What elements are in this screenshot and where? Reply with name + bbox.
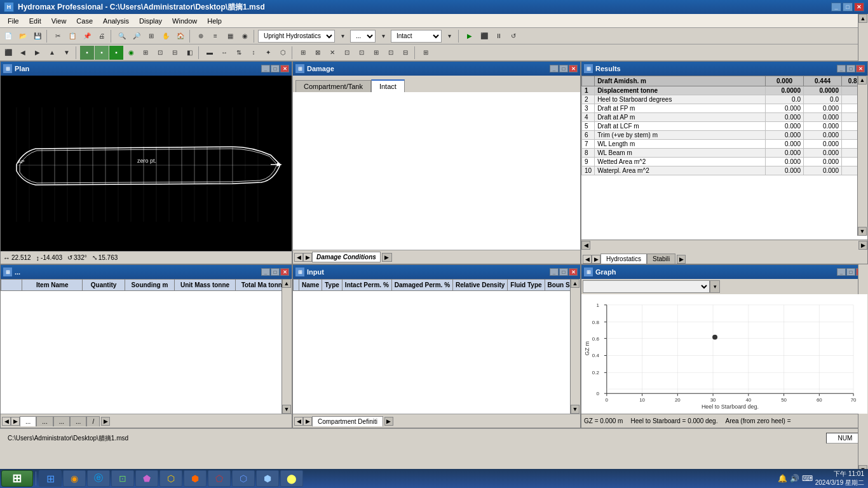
input-close[interactable]: ✕	[569, 268, 578, 276]
in-nav-prev[interactable]: ◀	[294, 417, 303, 426]
view-btn1[interactable]: ⬛	[1, 46, 15, 60]
results-scrollbar[interactable]: ▲ ▼	[857, 76, 867, 236]
results-scroll-down[interactable]: ▼	[858, 227, 867, 236]
tool1[interactable]: ⊕	[194, 29, 208, 43]
results-close[interactable]: ✕	[856, 65, 865, 72]
damage-maximize[interactable]: □	[559, 65, 568, 72]
extra-btn3[interactable]: ✕	[325, 46, 339, 60]
taskbar-app11[interactable]: ⬤	[280, 470, 303, 487]
display-btn4[interactable]: ◉	[124, 46, 138, 60]
loadcase-maximize[interactable]: □	[271, 268, 280, 276]
results-tab-hydrostatics[interactable]: Hydrostatics	[600, 254, 647, 264]
display-btn6[interactable]: ⊡	[153, 46, 167, 60]
loadcase-close[interactable]: ✕	[280, 268, 289, 276]
in-nav-compartment[interactable]: Compartment Definiti	[312, 416, 383, 426]
shape-btn4[interactable]: ↕	[247, 46, 261, 60]
shape-btn1[interactable]: ▬	[203, 46, 217, 60]
in-nav-scroll[interactable]: ▶	[384, 417, 393, 426]
lc-nav-next[interactable]: ▶	[11, 417, 20, 426]
extra-btn4[interactable]: ⊡	[340, 46, 354, 60]
graph-dropdown[interactable]	[583, 280, 710, 293]
in-nav-next[interactable]: ▶	[303, 417, 312, 426]
display-btn5[interactable]: ⊞	[139, 46, 153, 60]
menu-view[interactable]: View	[46, 16, 72, 26]
run-button[interactable]: ▶	[463, 29, 477, 43]
menu-analysis[interactable]: Analysis	[98, 16, 134, 26]
display-btn3[interactable]: ▪	[109, 46, 123, 60]
extra-btn8[interactable]: ⊟	[398, 46, 412, 60]
copy-button[interactable]: 📋	[65, 29, 79, 43]
results-hscroll-left[interactable]: ◀	[581, 241, 590, 250]
in-scroll-down[interactable]: ▼	[571, 405, 580, 414]
view-btn2[interactable]: ◀	[16, 46, 30, 60]
taskbar-app6[interactable]: ⬡	[159, 470, 182, 487]
extra-btn5[interactable]: ⊡	[355, 46, 369, 60]
zoom-out[interactable]: 🔎	[130, 29, 144, 43]
dropdown-arrow1[interactable]: ▾	[336, 29, 349, 43]
display-btn8[interactable]: ◧	[182, 46, 196, 60]
analysis-type-dropdown[interactable]: Upright Hydrostatics	[258, 30, 335, 43]
start-button[interactable]: ⊞	[1, 470, 33, 487]
extra-btn7[interactable]: ⊡	[384, 46, 398, 60]
lc-nav-tab2[interactable]: ...	[36, 416, 53, 426]
cut-button[interactable]: ✂	[51, 29, 65, 43]
input-maximize[interactable]: □	[559, 268, 568, 276]
plan-canvas[interactable]: zero pt. AP	[1, 76, 292, 251]
home-button[interactable]: 🏠	[173, 29, 187, 43]
results-hscroll-right[interactable]: ▶	[858, 241, 867, 250]
condition-dropdown[interactable]: Intact	[391, 30, 442, 43]
lc-scroll-down[interactable]: ▼	[282, 405, 291, 414]
taskbar-app8[interactable]: ⬠	[208, 470, 231, 487]
extra-btn1[interactable]: ⊞	[296, 46, 310, 60]
nav-scroll-right[interactable]: ▶	[382, 253, 392, 262]
refresh-button[interactable]: ↺	[506, 29, 520, 43]
save-button[interactable]: 💾	[31, 29, 44, 43]
tab-intact[interactable]: Intact	[371, 79, 405, 92]
taskbar-app1[interactable]: ⊞	[39, 470, 62, 487]
shape-btn5[interactable]: ✦	[261, 46, 275, 60]
zoom-in[interactable]: 🔍	[115, 29, 129, 43]
taskbar-app10[interactable]: ⬢	[256, 470, 279, 487]
menu-window[interactable]: Window	[167, 16, 202, 26]
results-nav-scroll[interactable]: ▶	[677, 255, 686, 264]
damage-close[interactable]: ✕	[569, 65, 578, 72]
nav-damage-conditions[interactable]: Damage Conditions	[312, 252, 381, 262]
plan-close[interactable]: ✕	[280, 65, 289, 72]
display-btn1[interactable]: ▪	[80, 46, 94, 60]
dropdown-arrow2[interactable]: ▾	[376, 29, 390, 43]
graph-area[interactable]: GZ m	[581, 294, 867, 414]
graph-dropdown-arrow[interactable]: ▾	[710, 280, 720, 293]
shape-btn3[interactable]: ⇅	[232, 46, 246, 60]
minimize-button[interactable]: _	[831, 3, 841, 11]
lc-nav-prev[interactable]: ◀	[2, 417, 11, 426]
view-btn4[interactable]: ▲	[45, 46, 59, 60]
extra-btn2[interactable]: ⊠	[311, 46, 325, 60]
results-hscrollbar[interactable]: ◀ ▶	[581, 240, 867, 250]
pause-button[interactable]: ⏸	[492, 29, 506, 43]
tool2[interactable]: ≡	[208, 29, 222, 43]
results-maximize[interactable]: □	[846, 65, 855, 72]
maximize-button[interactable]: □	[843, 3, 853, 11]
extra-dropdown[interactable]: ...	[350, 30, 376, 43]
print-button[interactable]: 🖨	[95, 29, 109, 43]
graph-maximize[interactable]: □	[846, 268, 855, 276]
open-button[interactable]: 📂	[16, 29, 30, 43]
taskbar-app3[interactable]: ⓔ	[87, 470, 110, 487]
tool3[interactable]: ▦	[223, 29, 237, 43]
taskbar-app4[interactable]: ⊡	[111, 470, 134, 487]
shape-btn2[interactable]: ↔	[217, 46, 231, 60]
lc-nav-tab4[interactable]: ...	[70, 416, 86, 426]
tool4[interactable]: ◉	[238, 29, 252, 43]
results-nav-next[interactable]: ▶	[592, 255, 600, 264]
extra-btn6[interactable]: ⊞	[369, 46, 383, 60]
in-scroll-up[interactable]: ▲	[571, 279, 580, 288]
pan-button[interactable]: ✋	[159, 29, 173, 43]
taskbar-app7[interactable]: ⬢	[184, 470, 207, 487]
lc-nav-scroll[interactable]: ▶	[101, 417, 110, 426]
results-tab-stabili[interactable]: Stabili	[647, 254, 675, 264]
shape-btn6[interactable]: ⬡	[276, 46, 290, 60]
view-btn5[interactable]: ▼	[60, 46, 74, 60]
results-nav-prev[interactable]: ◀	[583, 255, 592, 264]
nav-prev[interactable]: ◀	[294, 253, 303, 262]
nav-next[interactable]: ▶	[303, 253, 312, 262]
